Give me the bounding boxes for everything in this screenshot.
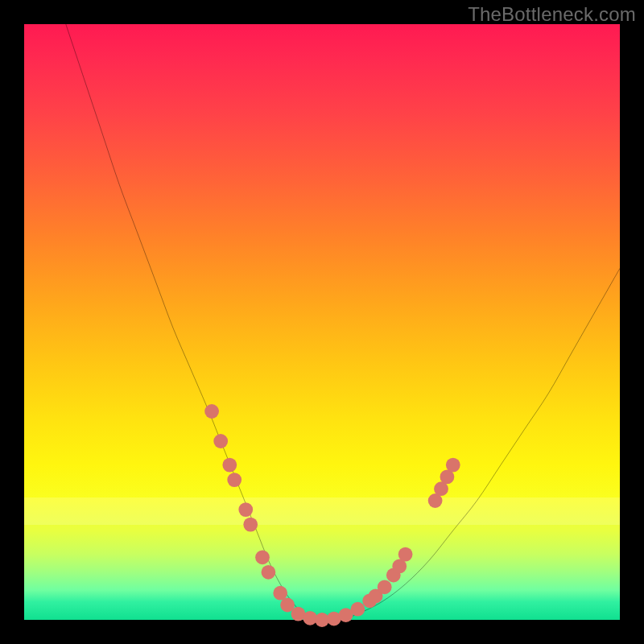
bottleneck-curve: [66, 24, 620, 621]
curve-svg: [24, 24, 620, 620]
plot-area: [24, 24, 620, 620]
data-marker: [213, 434, 228, 448]
data-marker: [243, 518, 258, 532]
data-marker: [273, 586, 287, 601]
data-marker: [227, 473, 242, 487]
watermark-text: TheBottleneck.com: [468, 3, 636, 26]
data-marker: [262, 565, 276, 580]
data-marker: [222, 458, 237, 473]
data-marker: [398, 547, 413, 562]
chart-frame: TheBottleneck.com: [0, 0, 644, 644]
data-marker: [255, 550, 270, 564]
data-marker: [378, 580, 392, 594]
data-marker: [446, 458, 460, 473]
data-marker: [351, 602, 365, 617]
curve-markers: [204, 404, 460, 627]
data-marker: [238, 502, 253, 517]
data-marker: [204, 404, 219, 419]
